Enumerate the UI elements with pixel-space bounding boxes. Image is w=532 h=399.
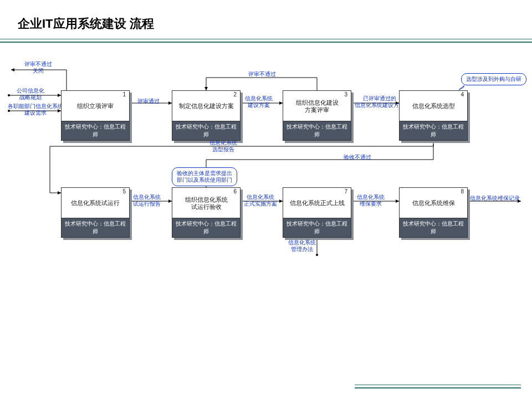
node-title: 组织立项评审 <box>62 91 129 121</box>
node-4: 4 信息化系统选型 技术研究中心：信息工程师 <box>399 90 468 141</box>
node-number: 5 <box>122 188 126 195</box>
node-title: 信息化系统正式上线 <box>283 188 351 218</box>
node-role: 技术研究中心：信息工程师 <box>283 121 351 140</box>
node-title: 信息化系统维保 <box>400 188 467 218</box>
node-7: 7 信息化系统正式上线 技术研究中心：信息工程师 <box>283 187 351 238</box>
node-number: 6 <box>233 188 237 195</box>
edge-label-reject-1: 评审不通过 关闭 <box>24 61 52 74</box>
node-number: 4 <box>461 91 464 98</box>
node-3: 3 组织信息化建设 方案评审 技术研究中心：信息工程师 <box>283 90 351 141</box>
svg-point-11 <box>316 254 318 256</box>
node-role: 技术研究中心：信息工程师 <box>400 218 467 237</box>
node-role: 技术研究中心：信息工程师 <box>400 121 467 140</box>
node-5: 5 信息化系统试运行 技术研究中心：信息工程师 <box>61 187 130 238</box>
edge-label-5-6: 信息化系统 试运行报告 <box>133 194 161 207</box>
svg-point-1 <box>8 94 10 96</box>
node-2: 2 制定信息化建设方案 技术研究中心：信息工程师 <box>172 90 241 141</box>
node-title: 信息化系统选型 <box>400 91 467 121</box>
node-role: 技术研究中心：信息工程师 <box>172 218 240 237</box>
edge-label-input-2: 各职能部门信息化系统 建设需求 <box>8 103 63 116</box>
callout-tail-icon <box>458 84 463 90</box>
node-title: 制定信息化建设方案 <box>172 91 240 121</box>
edge-label-4-5: 信息化系统 选型报告 <box>209 140 237 152</box>
footer-rule <box>355 385 521 388</box>
callout-node-6: 验收的主体是需求提出 部门以及系统使用部门 <box>172 167 237 186</box>
node-number: 7 <box>344 188 347 195</box>
node-number: 3 <box>344 91 347 98</box>
edge-label-input-1: 公司信息化 战略规划 <box>17 88 44 100</box>
node-6: 6 组织信息化系统 试运行验收 技术研究中心：信息工程师 <box>172 187 241 238</box>
node-8: 8 信息化系统维保 技术研究中心：信息工程师 <box>399 187 468 238</box>
node-role: 技术研究中心：信息工程师 <box>172 121 240 140</box>
page-title: 企业IT应用系统建设 流程 <box>18 16 154 32</box>
node-title: 组织信息化系统 试运行验收 <box>172 188 240 218</box>
callout-node-4: 选型涉及到外购与自研 <box>461 73 526 85</box>
edge-label-7-input: 信息化系统 管理办法 <box>288 239 316 252</box>
slide: 企业IT应用系统建设 流程 <box>0 0 532 399</box>
node-number: 1 <box>122 91 126 98</box>
edge-label-6-7: 信息化系统 正式实施方案 <box>244 194 277 207</box>
edge-label-1-2: 评审通过 <box>137 98 160 105</box>
edge-label-6-4-reject: 验收不通过 <box>344 154 371 161</box>
node-title: 信息化系统试运行 <box>62 188 129 218</box>
node-role: 技术研究中心：信息工程师 <box>62 218 129 237</box>
diagram-canvas: 1 组织立项评审 技术研究中心：信息工程师 2 制定信息化建设方案 技术研究中心… <box>0 44 532 355</box>
node-role: 技术研究中心：信息工程师 <box>283 218 351 237</box>
node-1: 1 组织立项评审 技术研究中心：信息工程师 <box>61 90 130 141</box>
node-title: 组织信息化建设 方案评审 <box>283 91 351 121</box>
edge-label-3-2-reject: 评审不通过 <box>248 71 276 78</box>
edge-label-7-8: 信息化系统 维保要求 <box>357 194 385 207</box>
node-role: 技术研究中心：信息工程师 <box>62 121 129 140</box>
title-rule <box>0 39 532 43</box>
edge-label-3-4: 已评审通过的 信息化系统建设方案 <box>355 95 405 108</box>
edge-label-2-3: 信息化系统 建设方案 <box>245 95 273 108</box>
node-number: 8 <box>461 188 464 195</box>
edge-label-output: 信息化系统维保记录 <box>470 195 520 202</box>
node-number: 2 <box>233 91 237 98</box>
